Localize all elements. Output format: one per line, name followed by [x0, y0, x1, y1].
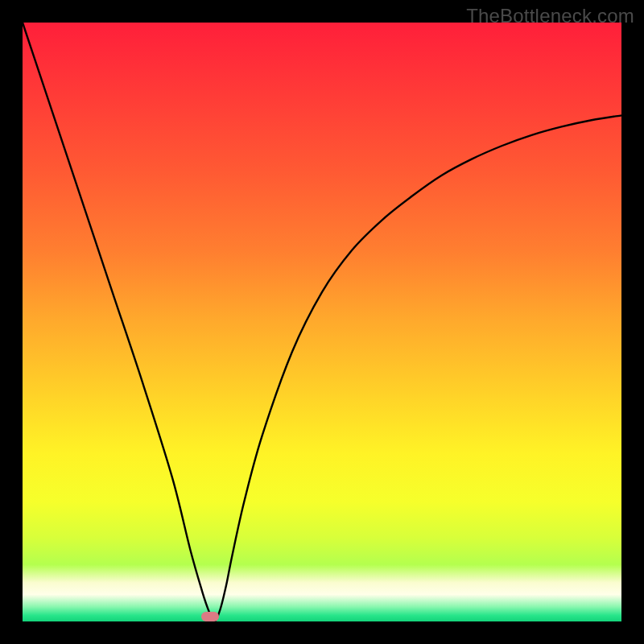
optimal-point-marker	[201, 612, 219, 621]
chart-frame: TheBottleneck.com	[0, 0, 644, 644]
bottleneck-plot	[0, 0, 644, 644]
gradient-background	[23, 23, 621, 621]
watermark-text: TheBottleneck.com	[466, 5, 634, 27]
